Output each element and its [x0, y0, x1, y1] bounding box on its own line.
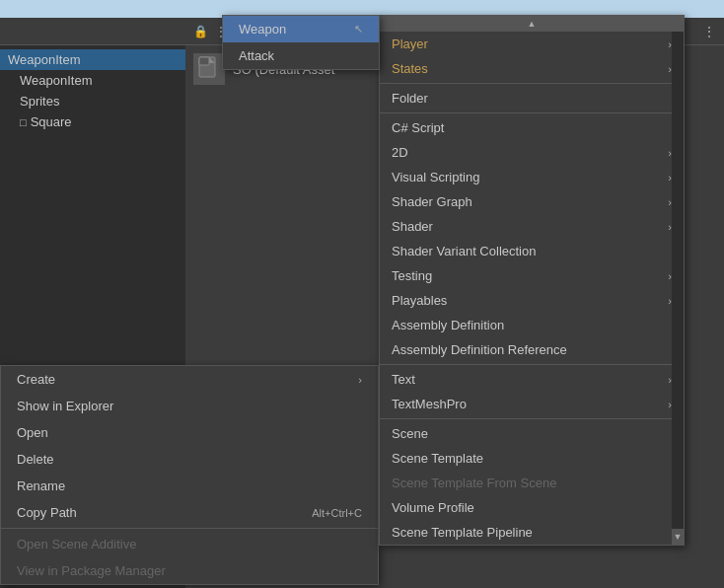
rename-label: Rename — [17, 478, 65, 493]
right-menu-scene-template[interactable]: Scene Template — [380, 446, 684, 471]
context-menu-left: Create › Show in Explorer Open Delete Re… — [0, 365, 379, 585]
scrollbar[interactable]: ▼ — [672, 32, 684, 545]
create-label: Create — [17, 372, 55, 387]
text-label: Text — [392, 372, 415, 387]
context-menu-create[interactable]: Create › — [1, 366, 378, 393]
inspector-dots-icon[interactable]: ⋮ — [702, 24, 716, 39]
csharp-label: C# Script — [392, 120, 444, 135]
cursor-icon: ↖ — [354, 23, 363, 36]
context-menu-show-explorer[interactable]: Show in Explorer — [1, 393, 378, 419]
states-label: States — [392, 61, 428, 76]
lock-icon[interactable]: 🔒 — [193, 25, 208, 38]
context-menu-right: ▲ Player › States › Folder C# Script 2D … — [379, 15, 685, 546]
textmeshpro-label: TextMeshPro — [392, 397, 467, 411]
scroll-up-button[interactable]: ▲ — [380, 16, 684, 32]
shader-graph-label: Shader Graph — [392, 194, 472, 209]
context-menu-copy-path[interactable]: Copy Path Alt+Ctrl+C — [1, 499, 378, 526]
right-menu-shader[interactable]: Shader › — [380, 214, 684, 239]
player-label: Player — [392, 37, 428, 51]
scene-label: Scene — [392, 426, 428, 441]
hierarchy-items: WeaponItem WeaponItem Sprites □ Square — [0, 45, 185, 136]
view-package-label: View in Package Manager — [17, 563, 166, 578]
hierarchy-item-label: Sprites — [20, 94, 59, 109]
volume-profile-label: Volume Profile — [392, 500, 474, 515]
right-menu-visual-scripting[interactable]: Visual Scripting › — [380, 165, 684, 189]
right-menu-text[interactable]: Text › — [380, 367, 684, 392]
assembly-def-label: Assembly Definition — [392, 318, 504, 332]
divider-3 — [380, 364, 684, 365]
right-menu-folder[interactable]: Folder — [380, 86, 684, 110]
2d-label: 2D — [392, 145, 408, 160]
attack-label: Attack — [239, 48, 274, 63]
right-menu-shader-graph[interactable]: Shader Graph › — [380, 189, 684, 214]
divider — [1, 528, 378, 529]
context-menu-rename[interactable]: Rename — [1, 473, 378, 499]
assembly-def-ref-label: Assembly Definition Reference — [392, 342, 567, 357]
right-menu-assembly-def-ref[interactable]: Assembly Definition Reference — [380, 337, 684, 362]
right-menu-2d[interactable]: 2D › — [380, 140, 684, 165]
context-menu-open[interactable]: Open — [1, 419, 378, 446]
open-label: Open — [17, 425, 48, 440]
submenu-weapon[interactable]: Weapon ↖ — [223, 16, 379, 42]
divider-2 — [380, 112, 684, 113]
visual-scripting-label: Visual Scripting — [392, 170, 479, 184]
right-menu-scene-template-from-scene: Scene Template From Scene — [380, 471, 684, 495]
context-menu-view-package: View in Package Manager — [1, 557, 378, 584]
divider-1 — [380, 83, 684, 84]
hierarchy-item[interactable]: Sprites — [0, 91, 185, 111]
file-icon — [193, 53, 225, 85]
delete-label: Delete — [17, 452, 54, 467]
right-menu-volume-profile[interactable]: Volume Profile — [380, 495, 684, 520]
copy-path-label: Copy Path — [17, 505, 77, 520]
hierarchy-item-label: WeaponItem — [20, 73, 92, 88]
scene-template-label: Scene Template — [392, 451, 483, 466]
submenu-attack[interactable]: Attack — [223, 42, 379, 69]
scene-template-from-scene-label: Scene Template From Scene — [392, 476, 556, 490]
divider-4 — [380, 418, 684, 419]
shader-label: Shader — [392, 219, 433, 234]
folder-label: Folder — [392, 91, 428, 106]
right-menu-csharp[interactable]: C# Script — [380, 115, 684, 140]
context-menu-open-scene-additive: Open Scene Additive — [1, 531, 378, 557]
context-menu-delete[interactable]: Delete — [1, 446, 378, 473]
hierarchy-item-label: Square — [31, 114, 72, 129]
create-arrow: › — [358, 374, 362, 386]
right-menu-textmeshpro[interactable]: TextMeshPro › — [380, 392, 684, 416]
scroll-up-icon: ▲ — [528, 19, 537, 29]
show-explorer-label: Show in Explorer — [17, 399, 113, 413]
svg-rect-1 — [199, 57, 209, 65]
hierarchy-item[interactable]: WeaponItem — [0, 70, 185, 91]
scene-template-pipeline-label: Scene Template Pipeline — [392, 525, 533, 540]
right-menu-player[interactable]: Player › — [380, 32, 684, 56]
right-menu-scene-template-pipeline[interactable]: Scene Template Pipeline — [380, 520, 684, 545]
file-svg — [195, 55, 223, 83]
right-menu-states[interactable]: States › — [380, 56, 684, 81]
submenu-weapon-attack: Weapon ↖ Attack — [222, 15, 380, 70]
hierarchy-item-label: WeaponItem — [8, 52, 80, 67]
scroll-down-button[interactable]: ▼ — [672, 529, 684, 545]
cube-icon: □ — [20, 116, 27, 128]
right-menu-shader-variant[interactable]: Shader Variant Collection — [380, 239, 684, 263]
open-scene-additive-label: Open Scene Additive — [17, 537, 136, 551]
playables-label: Playables — [392, 293, 447, 308]
right-menu-playables[interactable]: Playables › — [380, 288, 684, 313]
hierarchy-header — [0, 18, 185, 45]
shader-variant-label: Shader Variant Collection — [392, 244, 536, 258]
hierarchy-item[interactable]: WeaponItem — [0, 49, 185, 70]
testing-label: Testing — [392, 268, 432, 283]
right-menu-testing[interactable]: Testing › — [380, 263, 684, 288]
hierarchy-item[interactable]: □ Square — [0, 111, 185, 132]
right-menu-scene[interactable]: Scene — [380, 421, 684, 446]
right-menu-assembly-def[interactable]: Assembly Definition — [380, 313, 684, 337]
scroll-down-icon: ▼ — [674, 532, 683, 542]
weapon-label: Weapon — [239, 22, 286, 37]
copy-path-shortcut: Alt+Ctrl+C — [312, 507, 362, 519]
